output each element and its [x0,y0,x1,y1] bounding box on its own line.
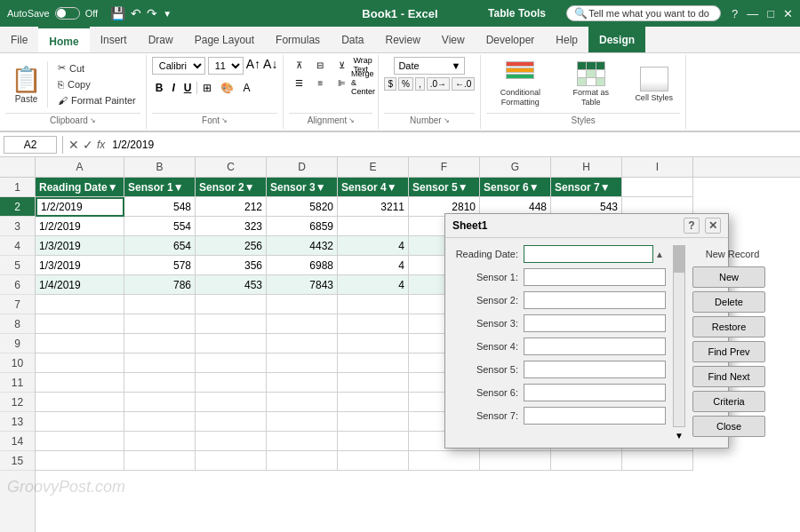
row-num-11[interactable]: 11 [0,373,35,393]
cell-11-1[interactable] [124,373,196,393]
cell-11-2[interactable] [196,373,267,393]
tab-insert[interactable]: Insert [90,27,138,52]
cell-10-1[interactable] [124,353,196,373]
row-num-2[interactable]: 2 [0,197,35,217]
cell-4-2[interactable]: 256 [196,236,267,256]
cell-6-0[interactable]: 1/4/2019 [36,275,124,295]
cell-5-3[interactable]: 6988 [267,256,338,275]
cell-12-0[interactable] [36,393,124,412]
cell-5-0[interactable]: 1/3/2019 [36,256,124,275]
more-icon[interactable]: ▼ [163,9,172,19]
tab-file[interactable]: File [0,27,38,52]
format-painter-button[interactable]: 🖌 Format Painter [53,93,140,107]
cell-13-1[interactable] [124,412,196,432]
dialog-find-prev-btn[interactable]: Find Prev [692,341,765,362]
dialog-find-next-btn[interactable]: Find Next [692,366,765,387]
copy-button[interactable]: ⎘ Copy [53,77,140,91]
clipboard-expand-icon[interactable]: ↘ [90,116,96,124]
cell-13-4[interactable] [338,412,409,432]
close-btn[interactable]: ✕ [783,7,793,20]
undo-icon[interactable]: ↶ [131,6,141,20]
save-icon[interactable]: 💾 [110,6,125,20]
cell-13-3[interactable] [267,412,338,432]
alignment-expand-icon[interactable]: ↘ [348,116,355,124]
borders-icon[interactable]: ⊞ [199,80,215,96]
field-input-sensor2[interactable] [524,291,666,309]
tab-page-layout[interactable]: Page Layout [184,27,265,52]
cell-11-4[interactable] [338,373,409,393]
cell-10-3[interactable] [267,353,338,373]
fill-color-icon[interactable]: 🎨 [217,80,237,96]
middle-align-btn[interactable]: ⊟ [310,57,330,73]
field-input-sensor4[interactable] [524,337,666,355]
cell-10-4[interactable] [338,353,409,373]
comma-btn[interactable]: , [415,77,425,91]
help-btn[interactable]: ? [732,7,738,20]
dialog-criteria-btn[interactable]: Criteria [692,391,765,412]
decrease-decimal-btn[interactable]: ←.0 [452,77,475,91]
cell-15-1[interactable] [124,451,196,471]
field-input-sensor5[interactable] [524,361,666,378]
row-num-3[interactable]: 3 [0,217,35,236]
tab-draw[interactable]: Draw [138,27,184,52]
cell-7-1[interactable] [124,295,196,314]
tab-design[interactable]: Design [588,27,645,52]
merge-center-btn[interactable]: Merge & Center [353,75,372,91]
cell-8-4[interactable] [338,314,409,334]
formula-input[interactable] [108,137,796,153]
col-header-f[interactable]: F [409,157,480,177]
dialog-close-btn[interactable]: ✕ [705,218,721,234]
cell-3-0[interactable]: 1/2/2019 [36,217,124,236]
cell-14-3[interactable] [267,432,338,451]
cell-6-4[interactable]: 4 [338,275,409,295]
row-num-5[interactable]: 5 [0,256,35,275]
col-header-d[interactable]: D [267,157,338,177]
cell-15-0[interactable] [36,451,124,471]
currency-btn[interactable]: $ [384,77,396,91]
cell-2-0[interactable]: 1/2/2019 [36,197,124,217]
cell-10-0[interactable] [36,353,124,373]
cell-1-2[interactable]: Sensor 2▼ [196,178,267,197]
col-header-h[interactable]: H [551,157,622,177]
cell-8-2[interactable] [196,314,267,334]
tell-me-box[interactable]: 🔍 Tell me what you want to do [566,5,721,21]
cell-4-0[interactable]: 1/3/2019 [36,236,124,256]
cell-extra[interactable] [622,451,693,471]
dialog-restore-btn[interactable]: Restore [692,316,765,337]
col-header-g[interactable]: G [480,157,551,177]
cell-14-4[interactable] [338,432,409,451]
right-align-btn[interactable]: ⊫ [332,75,351,91]
cut-button[interactable]: ✂ Cut [53,60,140,75]
confirm-formula-icon[interactable]: ✓ [83,138,93,152]
col-header-a[interactable]: A [36,157,124,177]
col-header-i[interactable]: I [622,157,693,177]
row-num-9[interactable]: 9 [0,334,35,353]
cell-14-2[interactable] [196,432,267,451]
field-input-sensor7[interactable] [524,407,666,425]
dialog-new-btn[interactable]: New [692,266,765,288]
cell-6-3[interactable]: 7843 [267,275,338,295]
maximize-btn[interactable]: □ [767,7,774,20]
cell-2-4[interactable]: 3211 [338,197,409,217]
row-num-1[interactable]: 1 [0,178,35,197]
field-input-reading-date[interactable] [524,245,653,263]
row-num-14[interactable]: 14 [0,432,35,451]
dialog-scrollbar-track[interactable] [673,245,685,427]
cell-2-2[interactable]: 212 [196,197,267,217]
cell-1-7[interactable]: Sensor 7▼ [551,178,622,197]
dialog-help-btn[interactable]: ? [684,218,700,234]
cell-6-2[interactable]: 453 [196,275,267,295]
cell-9-3[interactable] [267,334,338,353]
minimize-btn[interactable]: — [747,7,758,20]
tab-view[interactable]: View [431,27,476,52]
tab-review[interactable]: Review [374,27,430,52]
cell-7-4[interactable] [338,295,409,314]
cell-9-4[interactable] [338,334,409,353]
cell-11-3[interactable] [267,373,338,393]
cell-12-1[interactable] [124,393,196,412]
cell-7-3[interactable] [267,295,338,314]
number-expand-icon[interactable]: ↘ [444,116,450,124]
cell-5-2[interactable]: 356 [196,256,267,275]
cell-1-3[interactable]: Sensor 3▼ [267,178,338,197]
tab-help[interactable]: Help [545,27,588,52]
